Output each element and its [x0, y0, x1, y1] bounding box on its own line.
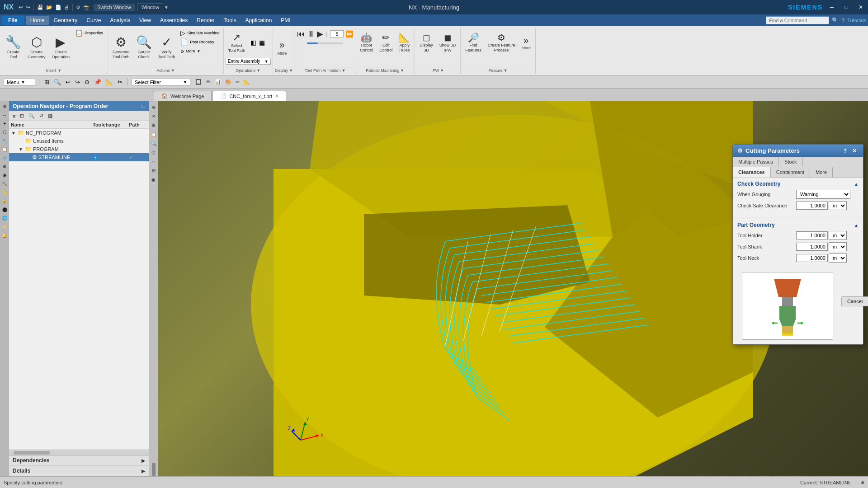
insert-section-label[interactable]: Insert ▼: [3, 67, 105, 73]
create-geometry-btn[interactable]: ⬡ CreateGeometry: [25, 29, 48, 65]
st-btn-4[interactable]: 📋: [150, 130, 158, 138]
st-btn-9[interactable]: ◉: [150, 175, 158, 183]
anim-pause-btn[interactable]: ⏸: [307, 29, 315, 39]
view-icon-1[interactable]: 🔲: [194, 78, 203, 85]
nav-icon-7[interactable]: 📐: [104, 78, 114, 86]
cancel-btn[interactable]: Cancel: [841, 296, 868, 306]
win-restore-btn[interactable]: □: [839, 0, 854, 14]
tool-neck-input[interactable]: [796, 254, 828, 262]
when-gouging-select[interactable]: Warning Error None: [796, 190, 850, 199]
redo-icon[interactable]: ↪: [24, 3, 32, 11]
viewport[interactable]: X Y Z ⚙ Cutting Parameters ? ✕ Multiple …: [158, 101, 868, 476]
generate-toolpath-btn[interactable]: ⚙ GenerateTool Path: [110, 29, 132, 65]
tree-unused-items[interactable]: 📁 Unused Items: [9, 137, 149, 145]
menu-curve[interactable]: Curve: [82, 16, 105, 25]
details-header[interactable]: Details ▶: [9, 466, 149, 476]
show-3d-ipw-btn[interactable]: ◼ Show 3DIPW: [437, 29, 459, 56]
select-filter-dropdown[interactable]: Select Filter ▼: [132, 79, 190, 86]
li-btn-7[interactable]: 🔗: [0, 154, 9, 162]
view-icon-3[interactable]: 📊: [213, 78, 222, 85]
menu-geometry[interactable]: Geometry: [49, 16, 82, 25]
st-btn-5[interactable]: 🔍: [150, 139, 158, 147]
check-safe-clearance-input[interactable]: [796, 202, 828, 210]
tool-holder-unit[interactable]: mm in: [829, 231, 847, 240]
op-nav-scrollbar[interactable]: [9, 450, 149, 455]
post-process-btn[interactable]: 📄Post Process: [179, 38, 222, 46]
win-close-btn[interactable]: ✕: [854, 0, 868, 14]
nav-tb-refresh[interactable]: ↺: [38, 112, 45, 120]
nav-tb-expand[interactable]: ⊞: [18, 112, 26, 120]
st-btn-6[interactable]: ⬡: [150, 148, 158, 156]
new-icon[interactable]: 📄: [54, 4, 63, 11]
li-btn-14[interactable]: 🌐: [0, 214, 9, 222]
li-btn-1[interactable]: ⚙: [0, 102, 9, 110]
op-nav-collapse-btn[interactable]: □: [142, 103, 145, 109]
li-btn-2[interactable]: ↔: [0, 111, 9, 119]
tab-stock[interactable]: Stock: [779, 157, 803, 167]
file-menu[interactable]: File: [2, 16, 24, 25]
tool-shank-unit[interactable]: mm in: [829, 242, 847, 251]
gouge-check-btn[interactable]: 🔍 GougeCheck: [133, 29, 155, 65]
nav-icon-1[interactable]: ⊞: [43, 78, 51, 86]
view-icon-5[interactable]: ✏: [234, 78, 241, 85]
create-tool-btn[interactable]: 🔧 CreateTool: [3, 29, 24, 65]
nav-icon-5[interactable]: ⊙: [83, 78, 91, 86]
menu-render[interactable]: Render: [192, 16, 219, 25]
tab-cnc-close[interactable]: ✕: [275, 94, 278, 99]
tab-containment[interactable]: Containment: [771, 167, 810, 178]
snap-icon[interactable]: 📸: [82, 4, 91, 11]
settings-icon[interactable]: ⚙: [75, 4, 82, 11]
nav-tb-filter[interactable]: 🔍: [27, 112, 37, 120]
verify-toolpath-btn[interactable]: ✓ VerifyTool Path: [156, 29, 178, 65]
tree-program[interactable]: ▼ 📁 PROGRAM: [9, 145, 149, 153]
help-icon[interactable]: ?: [841, 17, 844, 24]
st-resize-handle[interactable]: [152, 463, 156, 476]
nav-icon-6[interactable]: 📌: [93, 78, 103, 86]
anim-speed-up-btn[interactable]: ⏩: [345, 30, 353, 38]
menu-analysis[interactable]: Analysis: [105, 16, 135, 25]
nav-icon-2[interactable]: 🔍: [52, 78, 62, 86]
check-safe-clearance-unit[interactable]: mm in: [829, 201, 847, 210]
robotic-machining-label[interactable]: Robotic Machining ▼: [357, 67, 413, 73]
tab-welcome[interactable]: 🏠 Welcome Page: [154, 91, 212, 101]
tutorials-btn[interactable]: Tutorials: [847, 18, 866, 23]
search-icon[interactable]: 🔍: [832, 17, 839, 23]
li-btn-16[interactable]: 🔔: [0, 231, 9, 239]
li-btn-4[interactable]: ⬡: [0, 128, 9, 136]
st-btn-2[interactable]: ✕: [150, 112, 158, 120]
feature-label[interactable]: Feature ▼: [462, 67, 533, 73]
display-section-label[interactable]: Display ▼: [275, 67, 293, 73]
dialog-help-btn[interactable]: ?: [842, 148, 849, 154]
tab-multiple-passes[interactable]: Multiple Passes: [733, 157, 779, 167]
open-icon[interactable]: 📂: [45, 4, 54, 11]
display-3d-btn[interactable]: ◻ Display3D: [417, 29, 436, 56]
view-icon-4[interactable]: 🎨: [224, 78, 233, 85]
tree-streamline[interactable]: ⚙ STREAMLINE 💠 ✓: [9, 153, 149, 161]
dependencies-header[interactable]: Dependencies ▶: [9, 455, 149, 465]
more-display-btn[interactable]: » More: [275, 34, 290, 61]
op-nav-scroll-thumb[interactable]: [14, 451, 50, 455]
st-btn-3[interactable]: ⚙: [150, 121, 158, 129]
operations-section-label[interactable]: Operations ▼: [226, 67, 271, 73]
menu-tools[interactable]: Tools: [219, 16, 241, 25]
li-btn-3[interactable]: ✦: [0, 119, 9, 127]
st-btn-1[interactable]: ⊕: [150, 103, 158, 111]
nav-icon-4[interactable]: ↪: [74, 78, 81, 86]
create-feature-process-btn[interactable]: ⚙ Create FeatureProcess: [485, 29, 518, 56]
check-geometry-collapse-btn[interactable]: ▲: [854, 182, 859, 187]
tab-cnc[interactable]: 📄 CNC_forum_x_t.prt ✕: [212, 91, 286, 101]
menu-home[interactable]: Home: [26, 16, 49, 25]
nav-icon-3[interactable]: ↩: [64, 78, 72, 86]
find-features-btn[interactable]: 🔎 FindFeatures: [462, 29, 484, 56]
st-btn-7[interactable]: ↔: [150, 157, 158, 165]
li-btn-9[interactable]: ◉: [0, 171, 9, 179]
display-icon-2[interactable]: ▦: [258, 38, 266, 47]
win-min-btn[interactable]: ─: [825, 0, 839, 14]
menu-pmi[interactable]: PMI: [276, 16, 295, 25]
edit-control-btn[interactable]: ✏ EditControl: [377, 29, 395, 56]
li-btn-5[interactable]: 🔧: [0, 136, 9, 145]
nav-tb-columns[interactable]: ▦: [46, 112, 54, 120]
tree-nc-program[interactable]: ▼ 📁 NC_PROGRAM: [9, 129, 149, 137]
dialog-close-btn[interactable]: ✕: [850, 148, 859, 154]
view-icon-6[interactable]: 📐: [242, 78, 251, 85]
